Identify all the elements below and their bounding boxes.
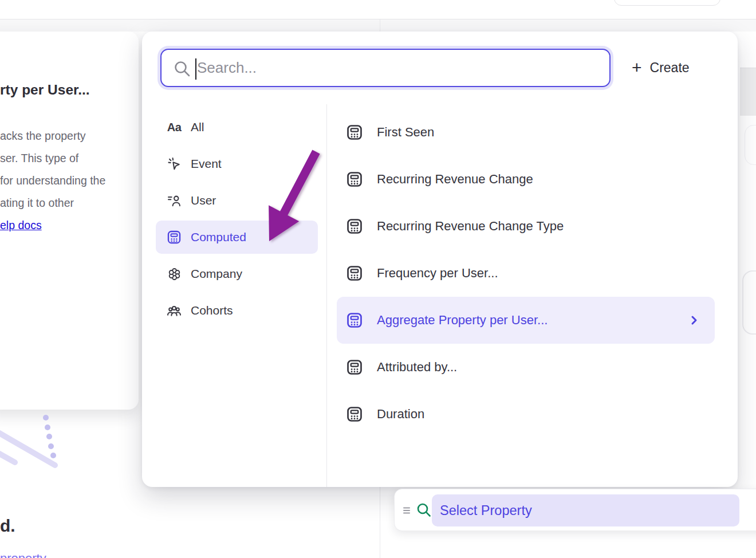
tooltip-body-line: for understanding the bbox=[0, 174, 105, 187]
decorative-chart-graphic bbox=[0, 401, 74, 476]
toolbar-band bbox=[0, 19, 756, 32]
cohorts-people-icon bbox=[166, 302, 183, 319]
calculator-icon bbox=[345, 217, 364, 236]
search-icon bbox=[173, 60, 191, 78]
category-event[interactable]: Event bbox=[156, 147, 318, 180]
property-item-first-seen[interactable]: First Seen bbox=[337, 109, 715, 156]
calculator-icon bbox=[345, 170, 364, 189]
category-user[interactable]: User bbox=[156, 184, 318, 217]
search-box bbox=[160, 49, 611, 87]
property-item-recurring-revenue-change-type[interactable]: Recurring Revenue Change Type bbox=[337, 203, 715, 250]
cropped-heading-fragment: d. bbox=[0, 516, 15, 536]
tooltip-body-line: ating it to other bbox=[0, 197, 74, 210]
drag-handle-icon[interactable] bbox=[402, 505, 412, 516]
calculator-icon bbox=[345, 123, 364, 142]
category-cohorts[interactable]: Cohorts bbox=[156, 294, 318, 327]
property-tooltip-card: rty per User... acks the property ser. T… bbox=[0, 32, 139, 410]
property-item-frequency-per-user[interactable]: Frequency per User... bbox=[337, 250, 715, 297]
plus-icon: + bbox=[632, 59, 642, 76]
text-cursor bbox=[195, 58, 196, 80]
property-picker-modal: + Create Aa All Event User bbox=[142, 32, 738, 487]
background-panel-fragment bbox=[740, 68, 756, 116]
background-card-outline bbox=[742, 270, 756, 335]
create-button[interactable]: + Create bbox=[632, 54, 718, 81]
company-cluster-icon bbox=[166, 265, 183, 282]
tooltip-body-line: acks the property bbox=[0, 129, 86, 143]
select-property-button[interactable]: Select Property bbox=[432, 494, 739, 526]
tooltip-body-line: ser. This type of bbox=[0, 152, 78, 165]
cropped-link-fragment[interactable]: property bbox=[0, 551, 46, 558]
property-item-duration[interactable]: Duration bbox=[337, 391, 715, 438]
calculator-icon bbox=[345, 357, 364, 377]
calculator-icon bbox=[345, 311, 364, 330]
search-input[interactable] bbox=[197, 50, 604, 86]
select-property-control: Select Property bbox=[394, 489, 756, 531]
chevron-right-icon bbox=[688, 315, 700, 326]
calculator-icon bbox=[166, 229, 183, 246]
category-computed[interactable]: Computed bbox=[156, 221, 318, 254]
calculator-icon bbox=[345, 404, 364, 424]
calculator-icon bbox=[345, 264, 364, 283]
click-cursor-icon bbox=[166, 155, 183, 172]
property-item-aggregate-property-per-user[interactable]: Aggregate Property per User... bbox=[337, 297, 715, 344]
text-aa-icon: Aa bbox=[166, 119, 183, 136]
category-company[interactable]: Company bbox=[156, 257, 318, 290]
property-item-attributed-by[interactable]: Attributed by... bbox=[337, 344, 715, 391]
tooltip-title: rty per User... bbox=[0, 82, 90, 98]
cropped-top-button bbox=[614, 0, 720, 6]
category-all[interactable]: Aa All bbox=[156, 111, 318, 144]
property-item-recurring-revenue-change[interactable]: Recurring Revenue Change bbox=[337, 156, 715, 203]
background-card-outline bbox=[745, 125, 756, 165]
modal-column-divider bbox=[326, 104, 327, 487]
help-docs-link[interactable]: elp docs bbox=[0, 219, 42, 232]
search-icon bbox=[416, 502, 432, 518]
user-list-icon bbox=[166, 192, 183, 209]
